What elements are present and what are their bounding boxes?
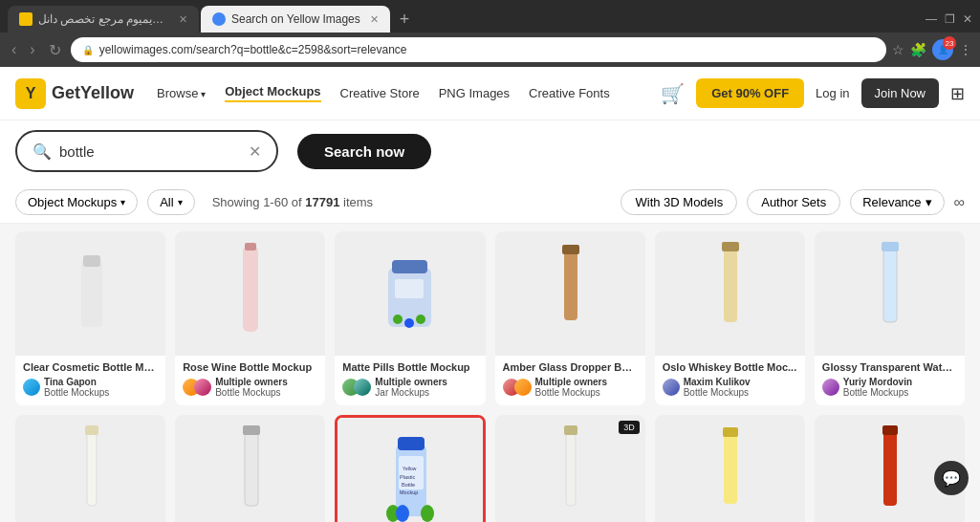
card-info-0-3: Amber Glass Dropper Bot... Multiple owne… — [495, 356, 645, 405]
all-filter-arrow: ▾ — [178, 197, 183, 207]
card-image-0-4 — [655, 231, 805, 356]
logo-text: GetYellow — [52, 83, 134, 103]
nav-png-images[interactable]: PNG Images — [439, 86, 510, 100]
tab-2-close[interactable]: ✕ — [370, 13, 379, 26]
join-button[interactable]: Join Now — [861, 78, 939, 108]
card-image-1-3: 3D — [495, 415, 645, 522]
svg-rect-12 — [724, 246, 737, 322]
minimize-icon[interactable]: — — [926, 12, 937, 26]
site-header: Y GetYellow Browse Object Mockups Creati… — [0, 67, 980, 120]
svg-rect-17 — [85, 425, 98, 435]
notification-badge: 23 — [943, 36, 956, 50]
svg-rect-0 — [81, 260, 102, 327]
login-button[interactable]: Log in — [816, 86, 849, 100]
card-author-0-4: Maxim Kulikov Bottle Mockups — [684, 377, 751, 398]
svg-rect-32 — [724, 432, 737, 504]
card-avatar2-0-2 — [354, 379, 371, 396]
clear-search-button[interactable]: ✕ — [249, 142, 261, 161]
card-image-0-5 — [815, 231, 965, 356]
svg-rect-5 — [392, 260, 427, 273]
card-image-0-0 — [15, 231, 165, 356]
search-input[interactable] — [59, 143, 241, 160]
card-info-0-0: Clear Cosmetic Bottle Mo... Tina Gapon B… — [15, 356, 165, 405]
back-button[interactable]: ‹ — [8, 41, 20, 58]
card-image-1-4 — [655, 415, 805, 522]
close-icon[interactable]: ✕ — [963, 12, 972, 26]
svg-rect-15 — [882, 242, 899, 251]
category-filter[interactable]: Object Mockups ▾ — [15, 189, 138, 215]
product-card-0-0[interactable]: Clear Cosmetic Bottle Mo... Tina Gapon B… — [15, 231, 165, 405]
card-avatar-pair-0-3 — [503, 379, 532, 396]
card-title-0-0: Clear Cosmetic Bottle Mo... — [23, 361, 158, 373]
svg-text:Mockup: Mockup — [400, 489, 418, 495]
svg-rect-34 — [883, 429, 897, 506]
card-author-0-2: Multiple owners Jar Mockups — [375, 377, 447, 398]
product-card-1-2[interactable]: Yellow Plastic Bottle Mockup Plastic Bot… — [335, 415, 485, 522]
results-number: 17791 — [305, 195, 339, 209]
svg-text:Bottle: Bottle — [402, 482, 415, 488]
forward-button[interactable]: › — [26, 41, 38, 58]
card-title-0-5: Glossy Transparent Water... — [822, 361, 957, 373]
cart-icon[interactable]: 🛒 — [661, 82, 685, 105]
refresh-button[interactable]: ↻ — [45, 41, 65, 59]
card-avatar-0-4 — [663, 379, 680, 396]
tab-1-close[interactable]: ✕ — [179, 13, 187, 26]
card-meta-0-0: Tina Gapon Bottle Mockups — [23, 377, 158, 398]
card-avatar-0-5 — [822, 379, 839, 396]
bookmark-icon[interactable]: ☆ — [892, 42, 904, 57]
svg-rect-11 — [562, 245, 579, 254]
tab-1[interactable]: دانلود پریمیوم مرجع تخصص دانل... ✕ — [8, 6, 199, 33]
url-input[interactable]: 🔒 yellowimages.com/search?q=bottle&c=259… — [71, 37, 886, 62]
infinity-icon[interactable]: ∞ — [954, 194, 965, 211]
svg-point-9 — [416, 315, 425, 324]
card-title-0-1: Rose Wine Bottle Mockup — [183, 361, 317, 373]
relevance-sort[interactable]: Relevance ▾ — [850, 189, 944, 215]
product-card-1-3[interactable]: 3D Dry Gin Bottle with Wood... Multiple … — [495, 415, 645, 522]
product-card-1-1[interactable]: Matte Water Bottle Mock... Multiple owne… — [175, 415, 325, 522]
svg-point-8 — [404, 318, 414, 328]
relevance-label: Relevance — [862, 195, 921, 209]
svg-rect-13 — [722, 242, 739, 251]
badge-3d: 3D — [619, 421, 640, 434]
product-card-0-2[interactable]: Matte Pills Bottle Mockup Multiple owner… — [335, 231, 485, 405]
nav-creative-store[interactable]: Creative Store — [340, 86, 420, 100]
extensions-icon[interactable]: 🧩 — [910, 42, 926, 57]
card-author-0-5: Yuriy Mordovin Bottle Mockups — [843, 377, 912, 398]
discount-button[interactable]: Get 90% OFF — [696, 78, 804, 108]
logo[interactable]: Y GetYellow — [15, 78, 134, 109]
new-tab-button[interactable]: + — [392, 10, 418, 30]
all-filter[interactable]: All ▾ — [147, 189, 194, 215]
card-author-0-0: Tina Gapon Bottle Mockups — [44, 377, 109, 398]
tab-2[interactable]: Search on Yellow Images ✕ — [201, 6, 390, 33]
site-content: Y GetYellow Browse Object Mockups Creati… — [0, 67, 980, 522]
product-grid: Clear Cosmetic Bottle Mo... Tina Gapon B… — [0, 224, 980, 522]
product-card-0-4[interactable]: Oslo Whiskey Bottle Moc... Maxim Kulikov… — [655, 231, 805, 405]
nav-browse[interactable]: Browse — [157, 86, 206, 100]
results-items: items — [343, 195, 373, 209]
author-sets-filter[interactable]: Author Sets — [747, 189, 840, 215]
card-info-0-1: Rose Wine Bottle Mockup Multiple owners … — [175, 356, 325, 405]
svg-rect-19 — [243, 425, 260, 435]
svg-rect-31 — [564, 425, 577, 435]
nav-creative-fonts[interactable]: Creative Fonts — [529, 86, 610, 100]
nav-object-mockups[interactable]: Object Mockups — [225, 84, 320, 102]
tab-controls: — ❐ ✕ — [926, 12, 972, 26]
with-3d-models-filter[interactable]: With 3D Models — [621, 189, 737, 215]
results-count: Showing 1-60 of 17791 items — [212, 195, 373, 209]
product-card-0-3[interactable]: Amber Glass Dropper Bot... Multiple owne… — [495, 231, 645, 405]
tab-bar: دانلود پریمیوم مرجع تخصص دانل... ✕ Searc… — [0, 0, 980, 33]
product-card-0-1[interactable]: Rose Wine Bottle Mockup Multiple owners … — [175, 231, 325, 405]
browser-menu-icon[interactable]: ⋮ — [959, 42, 972, 57]
logo-icon: Y — [15, 78, 46, 109]
card-meta-0-2: Multiple owners Jar Mockups — [342, 377, 477, 398]
chat-button[interactable]: 💬 — [934, 461, 969, 495]
product-card-0-5[interactable]: Glossy Transparent Water... Yuriy Mordov… — [815, 231, 965, 405]
svg-rect-21 — [398, 437, 425, 450]
restore-icon[interactable]: ❐ — [945, 12, 955, 26]
card-author-0-1: Multiple owners Bottle Mockups — [215, 377, 288, 398]
lock-icon: 🔒 — [82, 45, 94, 55]
product-card-1-4[interactable]: Clear Glass Lager Beer Bo... Multiple ow… — [655, 415, 805, 522]
app-grid-icon[interactable]: ⊞ — [950, 83, 965, 104]
product-card-1-0[interactable]: Dry Gin Bottle with Wood... Multiple own… — [15, 415, 165, 522]
search-now-button[interactable]: Search now — [297, 134, 431, 169]
